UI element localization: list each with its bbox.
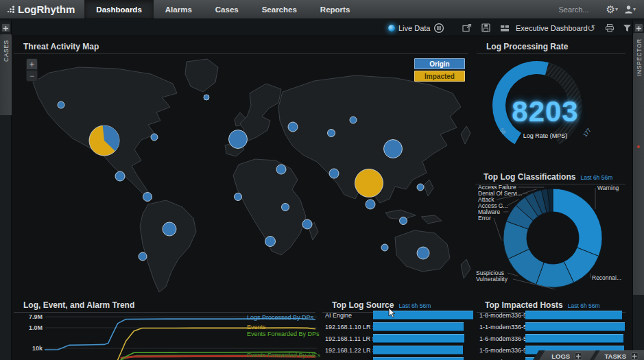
map-bubble-origin[interactable] (381, 244, 388, 251)
panel-title: Threat Activity Map (23, 42, 99, 51)
map-bubble-origin[interactable] (384, 140, 403, 158)
map-bubble-impacted[interactable] (355, 169, 383, 197)
map-bubble-origin[interactable] (143, 193, 152, 202)
map-legend-origin-button[interactable]: Origin (414, 58, 465, 69)
donut-label: Warning (597, 184, 619, 191)
live-data-toggle[interactable]: Live Data (388, 19, 430, 36)
map-bubble-origin[interactable] (417, 247, 429, 259)
map-bubble-origin[interactable] (282, 204, 289, 211)
bar-row: 192.168.1.10 LR S... (325, 322, 473, 331)
plus-icon (3, 26, 8, 31)
save-button[interactable] (481, 19, 490, 36)
live-data-label: Live Data (398, 24, 430, 32)
donut-label: Access Failure (478, 184, 516, 191)
gauge-max-label: 177 (582, 127, 593, 138)
layout-button[interactable] (500, 19, 510, 36)
plus-icon (636, 26, 641, 31)
trend-y-tick: 10k (32, 345, 43, 352)
map-zoom-out-button[interactable]: − (26, 70, 38, 82)
nav-tab-reports[interactable]: Reports (309, 0, 361, 19)
donut-label: Error (478, 215, 491, 221)
right-rail: INSPECTOR (632, 21, 644, 360)
add-cases-panel-button[interactable] (1, 23, 10, 32)
map-bubble-origin[interactable] (328, 130, 335, 137)
nav-tab-cases[interactable]: Cases (204, 0, 250, 19)
print-button[interactable] (605, 19, 615, 36)
live-data-indicator-icon (388, 25, 395, 32)
map-bubble-origin[interactable] (204, 95, 209, 100)
map-bubble-origin[interactable] (151, 134, 158, 141)
map-zoom-in-button[interactable]: + (26, 58, 38, 70)
donut-slice-warning[interactable] (553, 189, 602, 256)
bar-track (525, 322, 629, 331)
bar-row-label: 192.168.1.11 LR S... (325, 335, 373, 342)
map-bubble-origin[interactable] (276, 165, 286, 174)
bar[interactable] (373, 334, 464, 343)
settings-gear-button[interactable]: ⚙ ▾ (606, 4, 618, 14)
bottom-tab-plus-button[interactable] (575, 352, 582, 360)
map-bubble-origin[interactable] (417, 184, 424, 191)
bar-track (525, 334, 629, 343)
map-bubble-origin[interactable] (350, 117, 357, 123)
map-bubble-origin[interactable] (163, 222, 176, 236)
gear-icon: ⚙ (606, 4, 615, 14)
dashboard-toolbar: Live Data Executive Dashboard ↺ (0, 19, 644, 36)
bottom-tab-logs[interactable]: LOGS (539, 350, 596, 360)
bar-chart: AI Engine192.168.1.10 LR S...192.168.1.1… (325, 311, 473, 360)
bottom-tab-tasks[interactable]: TASKS (594, 350, 644, 360)
map-bubble-origin[interactable] (235, 193, 242, 201)
trend-legend-item: Events Forwarded By AIEs (247, 352, 321, 359)
bar-row: 1-8-modem336-5... (479, 311, 629, 320)
map-bubble-origin[interactable] (366, 200, 375, 209)
inspector-tab-label: INSPECTOR (636, 38, 643, 76)
user-menu-button[interactable]: ▾ (624, 5, 636, 14)
filter-button[interactable] (623, 19, 632, 36)
popout-icon (462, 23, 472, 32)
panel-title: Log Processing Rate (486, 42, 568, 51)
trend-legend-item: Events Forwarded By DPs (247, 331, 320, 337)
bar[interactable] (525, 334, 623, 343)
gauge-unit-label: Log Rate (MPS) (508, 132, 583, 139)
chevron-down-icon: ▾ (633, 7, 636, 12)
add-inspector-panel-button[interactable] (634, 23, 643, 32)
map-bubble-origin[interactable] (115, 171, 125, 181)
map-bubble-origin[interactable] (329, 169, 339, 178)
map-bubble-origin[interactable] (400, 217, 407, 225)
bottom-tab-plus-button[interactable] (631, 352, 639, 360)
popout-button[interactable] (462, 19, 472, 36)
map-bubble-origin[interactable] (229, 130, 248, 149)
nav-tab-searches[interactable]: Searches (250, 0, 309, 19)
left-rail: CASES (0, 21, 12, 360)
donut-leader-line (508, 273, 518, 276)
pause-button[interactable] (433, 19, 444, 36)
map-bubble-origin[interactable] (139, 252, 147, 261)
map-continents (33, 59, 470, 292)
bar[interactable] (373, 346, 463, 355)
alert-dot-icon (637, 145, 640, 148)
donut-label: Suspicious (476, 269, 504, 276)
bar[interactable] (525, 322, 625, 331)
donut-label: Denial Of Servi... (478, 190, 522, 197)
printer-icon (605, 23, 615, 32)
bar-track (373, 334, 473, 343)
refresh-button[interactable]: ↺ (587, 19, 595, 36)
donut-label: Vulnerability (476, 276, 508, 283)
map-bubble-origin[interactable] (302, 219, 312, 229)
search-input[interactable] (558, 5, 600, 14)
trend-legend-item: Logs Processed By DPs (247, 314, 314, 321)
bar[interactable] (373, 322, 464, 331)
bar[interactable] (525, 311, 622, 320)
map-bubble-origin[interactable] (288, 122, 298, 132)
nav-tab-dashboards[interactable]: Dashboards (84, 0, 153, 19)
bar-row-label: 1-1-modem336-5... (479, 324, 525, 331)
nav-tab-alarms[interactable]: Alarms (154, 0, 204, 19)
cases-side-tab[interactable]: CASES (0, 34, 12, 115)
map-legend-impacted-button[interactable]: Impacted (414, 71, 465, 82)
threat-activity-map-panel: Threat Activity Map + − OriginImpacted (14, 38, 475, 295)
bar[interactable] (373, 357, 464, 360)
bar[interactable] (373, 311, 473, 320)
donut-label: Reconnai... (592, 274, 621, 281)
map-bubble-origin[interactable] (265, 237, 276, 247)
map-bubble-origin[interactable] (58, 101, 64, 108)
inspector-side-tab[interactable]: INSPECTOR (633, 33, 644, 295)
